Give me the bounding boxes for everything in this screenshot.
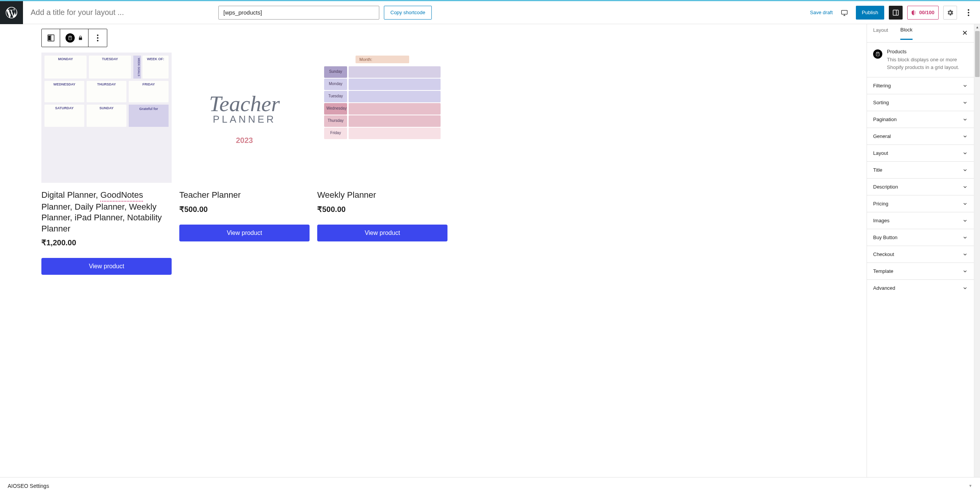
seo-score-badge[interactable]: 00/100 [907, 6, 939, 20]
chevron-down-icon [962, 117, 968, 122]
panel-general[interactable]: General [867, 128, 974, 144]
panel-images[interactable]: Images [867, 212, 974, 229]
seo-icon [911, 10, 917, 16]
panel-pricing[interactable]: Pricing [867, 195, 974, 212]
panel-template[interactable]: Template [867, 263, 974, 279]
svg-point-11 [97, 40, 98, 41]
panel-layout[interactable]: Layout [867, 144, 974, 161]
footer-panel[interactable]: AIOSEO Settings ▼ [0, 477, 980, 494]
svg-point-3 [968, 9, 969, 11]
editor-header: Copy shortcode Save draft Publish 00/100 [0, 1, 980, 24]
chevron-down-icon [962, 218, 968, 223]
products-block-icon [873, 49, 882, 59]
scrollbar[interactable]: ▲ [974, 24, 980, 477]
product-title: Digital Planner, GoodNotes Planner, Dail… [41, 190, 172, 234]
products-block-icon[interactable] [66, 33, 75, 43]
block-info: Products This block displays one or more… [867, 43, 974, 77]
panel-description[interactable]: Description [867, 178, 974, 195]
product-card: Teacher PLANNER 2023 Teacher Planner ₹50… [179, 53, 310, 275]
chevron-down-icon: ▼ [969, 484, 972, 488]
product-title: Teacher Planner [179, 190, 310, 201]
tab-layout[interactable]: Layout [873, 27, 888, 39]
product-card: MONDAY TUESDAY WEEK GOALS WEEK OF: WEDNE… [41, 53, 172, 275]
settings-sidebar-toggle-icon[interactable] [889, 6, 903, 20]
more-options-icon[interactable] [962, 6, 975, 20]
product-image: Month: SundayMondayTuesdayWednesdayThurs… [317, 53, 447, 183]
footer-title: AIOSEO Settings [8, 483, 49, 489]
block-more-icon[interactable] [88, 29, 107, 47]
close-sidebar-icon[interactable]: ✕ [962, 29, 968, 37]
publish-button[interactable]: Publish [856, 6, 885, 20]
svg-point-9 [97, 34, 98, 36]
lock-icon[interactable] [78, 35, 83, 41]
block-info-title: Products [887, 49, 968, 54]
product-image: Teacher PLANNER 2023 [179, 53, 310, 183]
copy-shortcode-button[interactable]: Copy shortcode [384, 6, 432, 20]
svg-point-5 [968, 15, 969, 16]
block-type-icon[interactable] [42, 29, 60, 47]
panel-title[interactable]: Title [867, 161, 974, 178]
svg-point-4 [968, 12, 969, 13]
product-card: Month: SundayMondayTuesdayWednesdayThurs… [317, 53, 447, 275]
svg-rect-8 [48, 36, 50, 40]
product-image: MONDAY TUESDAY WEEK GOALS WEEK OF: WEDNE… [41, 53, 172, 183]
tab-block[interactable]: Block [900, 27, 913, 40]
svg-rect-0 [841, 10, 847, 14]
shortcode-input[interactable] [218, 6, 379, 20]
chevron-down-icon [962, 151, 968, 156]
chevron-down-icon [962, 201, 968, 207]
panel-sorting[interactable]: Sorting [867, 94, 974, 111]
product-price: ₹500.00 [179, 205, 310, 214]
save-draft-button[interactable]: Save draft [810, 10, 833, 15]
panel-advanced[interactable]: Advanced [867, 279, 974, 296]
wordpress-logo[interactable] [0, 1, 23, 24]
view-product-button[interactable]: View product [179, 225, 310, 241]
chevron-down-icon [962, 100, 968, 105]
chevron-down-icon [962, 235, 968, 240]
block-info-description: This block displays one or more Shopify … [887, 56, 968, 71]
chevron-down-icon [962, 252, 968, 257]
settings-sidebar: 1 Layout Block ✕ Products This block dis… [867, 24, 974, 477]
product-title: Weekly Planner [317, 190, 447, 201]
aioseo-settings-icon[interactable] [943, 6, 957, 20]
chevron-down-icon [962, 134, 968, 139]
products-grid: MONDAY TUESDAY WEEK GOALS WEEK OF: WEDNE… [0, 47, 867, 290]
chevron-down-icon [962, 83, 968, 89]
block-toolbar [41, 29, 107, 47]
chevron-down-icon [962, 167, 968, 173]
chevron-down-icon [962, 184, 968, 190]
svg-rect-1 [893, 10, 898, 15]
panel-buy-button[interactable]: Buy Button [867, 229, 974, 246]
chevron-down-icon [962, 269, 968, 274]
chevron-down-icon [962, 286, 968, 291]
preview-icon[interactable] [837, 6, 851, 20]
product-price: ₹1,200.00 [41, 238, 172, 247]
panel-pagination[interactable]: Pagination [867, 111, 974, 128]
layout-title-input[interactable] [31, 8, 211, 17]
editor-canvas[interactable]: MONDAY TUESDAY WEEK GOALS WEEK OF: WEDNE… [0, 24, 867, 477]
product-price: ₹500.00 [317, 205, 447, 214]
panel-filtering[interactable]: Filtering [867, 77, 974, 94]
panel-checkout[interactable]: Checkout [867, 246, 974, 263]
svg-point-10 [97, 37, 98, 39]
view-product-button[interactable]: View product [317, 225, 447, 241]
view-product-button[interactable]: View product [41, 258, 172, 275]
